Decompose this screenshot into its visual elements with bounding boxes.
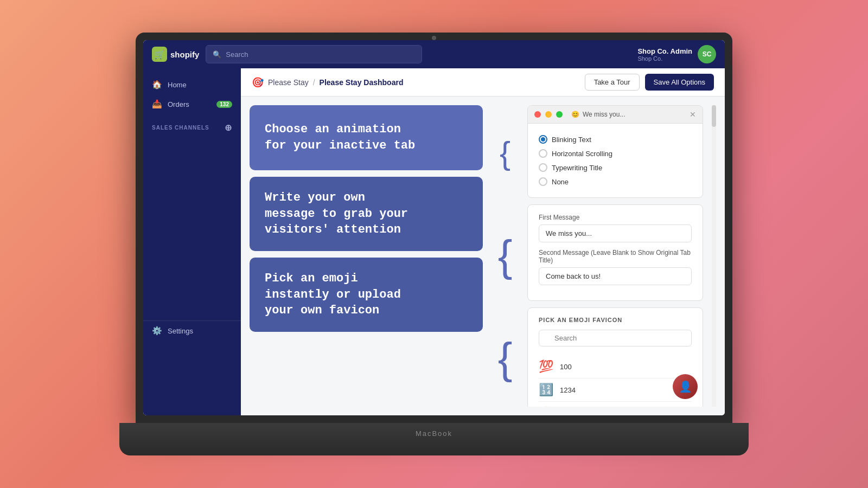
animation-options-list: Blinking Text Horizontal Scrolling Typew… bbox=[528, 124, 703, 197]
browser-close-button[interactable]: ✕ bbox=[690, 110, 696, 119]
breadcrumb-bar: 🎯 Please Stay / Please Stay Dashboard Ta… bbox=[241, 68, 725, 97]
emoji-100-label: 100 bbox=[560, 363, 572, 371]
breadcrumb-separator: / bbox=[313, 78, 315, 87]
emoji-1234-label: 1234 bbox=[560, 386, 576, 394]
user-avatar[interactable]: SC bbox=[698, 45, 716, 63]
laptop-base bbox=[119, 423, 749, 455]
emoji-list-item-grinning[interactable]: 😀 Grinning bbox=[539, 402, 692, 407]
sidebar-item-home[interactable]: 🏠 Home bbox=[143, 75, 241, 94]
animation-card-text: Choose an animationfor your inactive tab bbox=[265, 121, 415, 153]
radio-none[interactable]: None bbox=[539, 175, 692, 189]
browser-dot-yellow bbox=[545, 111, 552, 118]
feature-cards-column: Choose an animationfor your inactive tab… bbox=[250, 105, 483, 407]
shopify-header: 🛒 shopify 🔍 Search Shop Co. Admin Shop C… bbox=[143, 40, 725, 68]
message-card-text: Write your ownmessage to grab yourvisito… bbox=[265, 190, 408, 238]
radio-typewriting-label: Typewriting Title bbox=[552, 164, 602, 172]
first-message-input[interactable] bbox=[539, 224, 692, 242]
feature-card-animation: Choose an animationfor your inactive tab bbox=[250, 105, 483, 170]
browser-dot-green bbox=[556, 111, 563, 118]
breadcrumb-app-icon: 🎯 bbox=[252, 76, 264, 88]
settings-icon: ⚙️ bbox=[152, 326, 162, 336]
home-icon: 🏠 bbox=[152, 80, 162, 89]
breadcrumb-parent: Please Stay bbox=[268, 78, 309, 87]
emoji-search-input[interactable] bbox=[539, 330, 692, 346]
content-area: Choose an animationfor your inactive tab… bbox=[241, 97, 725, 415]
browser-titlebar: 😊 We miss you... ✕ bbox=[528, 106, 703, 124]
breadcrumb-actions: Take a Tour Save All Options bbox=[585, 74, 714, 91]
search-placeholder-text: Search bbox=[226, 50, 248, 59]
browser-title-text: We miss you... bbox=[583, 111, 625, 118]
radio-horizontal-indicator bbox=[539, 149, 547, 158]
radio-typewriting[interactable]: Typewriting Title bbox=[539, 160, 692, 175]
take-a-tour-button[interactable]: Take a Tour bbox=[585, 74, 640, 91]
search-icon: 🔍 bbox=[213, 50, 221, 59]
bracket-1: { bbox=[492, 105, 519, 201]
user-shop-name: Shop Co. bbox=[637, 55, 692, 62]
bracket-3: { bbox=[492, 311, 519, 407]
emoji-100-icon: 💯 bbox=[539, 359, 553, 374]
emoji-card-text: Pick an emojiinstantly or uploadyour own… bbox=[265, 271, 401, 319]
sidebar-settings-label: Settings bbox=[168, 327, 193, 335]
browser-title-emoji: 😊 bbox=[571, 111, 579, 118]
radio-horizontal-label: Horizontal Scrolling bbox=[552, 150, 612, 158]
first-message-label: First Message bbox=[539, 214, 692, 221]
sales-channels-label: SALES CHANNELS bbox=[152, 125, 209, 131]
breadcrumb: 🎯 Please Stay / Please Stay Dashboard bbox=[252, 76, 403, 88]
orders-icon: 📥 bbox=[152, 99, 162, 109]
sidebar-item-settings[interactable]: ⚙️ Settings bbox=[143, 320, 241, 341]
emoji-1234-icon: 🔢 bbox=[539, 383, 553, 397]
laptop-camera bbox=[432, 36, 436, 40]
sidebar-sales-channels-section: SALES CHANNELS ⊕ bbox=[143, 114, 241, 136]
feature-card-message: Write your ownmessage to grab yourvisito… bbox=[250, 177, 483, 251]
bracket-connectors: { { { bbox=[492, 105, 519, 407]
settings-panel: 😊 We miss you... ✕ Blinking Text bbox=[527, 105, 703, 407]
messages-panel: First Message Second Message (Leave Blan… bbox=[527, 204, 703, 301]
sidebar-item-orders[interactable]: 📥 Orders 132 bbox=[143, 94, 241, 114]
browser-window-title: 😊 We miss you... bbox=[571, 111, 625, 118]
emoji-grinning-icon: 😀 bbox=[539, 406, 553, 407]
emoji-list-item-1234[interactable]: 🔢 1234 bbox=[539, 378, 692, 402]
app-body: 🏠 Home 📥 Orders 132 SALES CHANNELS ⊕ bbox=[143, 68, 725, 415]
emoji-list-item-100[interactable]: 💯 100 bbox=[539, 355, 692, 378]
radio-none-label: None bbox=[552, 178, 569, 186]
emoji-panel-title: PICK AN EMOJI FAVICON bbox=[539, 317, 692, 323]
bracket-2: { bbox=[492, 208, 519, 304]
radio-blinking-label: Blinking Text bbox=[552, 136, 591, 144]
radio-horizontal-scrolling[interactable]: Horizontal Scrolling bbox=[539, 146, 692, 160]
header-user-area: Shop Co. Admin Shop Co. SC bbox=[637, 45, 716, 63]
save-all-options-button[interactable]: Save All Options bbox=[645, 74, 714, 91]
header-search-bar[interactable]: 🔍 Search bbox=[206, 45, 422, 63]
radio-blinking-text[interactable]: Blinking Text bbox=[539, 132, 692, 146]
radio-blinking-indicator bbox=[539, 135, 547, 144]
shopify-logo-icon: 🛒 bbox=[152, 47, 167, 62]
screen: 🛒 shopify 🔍 Search Shop Co. Admin Shop C… bbox=[143, 40, 725, 415]
feature-card-emoji: Pick an emojiinstantly or uploadyour own… bbox=[250, 258, 483, 332]
sidebar-add-icon[interactable]: ⊕ bbox=[225, 123, 232, 133]
emoji-search-wrapper: 🔍 bbox=[539, 330, 692, 351]
orders-badge: 132 bbox=[216, 101, 232, 108]
shopify-logo: 🛒 shopify bbox=[152, 47, 199, 62]
main-content: 🎯 Please Stay / Please Stay Dashboard Ta… bbox=[241, 68, 725, 415]
radio-typewriting-indicator bbox=[539, 163, 547, 172]
second-message-input[interactable] bbox=[539, 267, 692, 285]
browser-window: 😊 We miss you... ✕ Blinking Text bbox=[527, 105, 703, 198]
browser-dot-red bbox=[534, 111, 541, 118]
user-display-name: Shop Co. Admin bbox=[637, 47, 692, 55]
second-message-label: Second Message (Leave Blank to Show Orig… bbox=[539, 249, 692, 264]
sidebar: 🏠 Home 📥 Orders 132 SALES CHANNELS ⊕ bbox=[143, 68, 241, 415]
sidebar-orders-label: Orders bbox=[168, 100, 189, 108]
vertical-scrollbar[interactable] bbox=[712, 105, 716, 407]
shopify-logo-text: shopify bbox=[170, 50, 199, 59]
chat-avatar-image: 👤 bbox=[673, 374, 698, 399]
radio-none-indicator bbox=[539, 177, 547, 186]
sidebar-home-label: Home bbox=[168, 81, 187, 89]
scrollbar-thumb bbox=[712, 105, 716, 127]
breadcrumb-current: Please Stay Dashboard bbox=[320, 78, 404, 87]
chat-avatar[interactable]: 👤 bbox=[672, 373, 699, 400]
